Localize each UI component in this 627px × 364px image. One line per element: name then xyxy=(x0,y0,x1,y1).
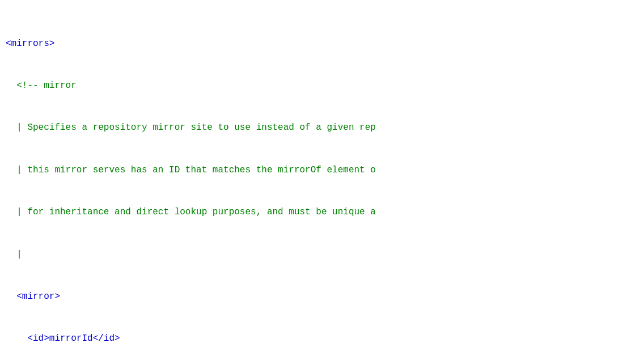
line-id: <id>mirrorId</id> xyxy=(6,332,621,346)
line-comment-1: | Specifies a repository mirror site to … xyxy=(6,121,621,135)
line-mirrors-open: <mirrors> xyxy=(6,37,621,51)
line-comment-2: | this mirror serves has an ID that matc… xyxy=(6,163,621,177)
line-comment-4: | xyxy=(6,248,621,262)
line-comment-mirror: <!-- mirror xyxy=(6,79,621,93)
line-comment-3: | for inheritance and direct lookup purp… xyxy=(6,205,621,219)
line-mirror-open: <mirror> xyxy=(6,290,621,304)
code-block: <mirrors> <!-- mirror | Specifies a repo… xyxy=(0,6,627,364)
